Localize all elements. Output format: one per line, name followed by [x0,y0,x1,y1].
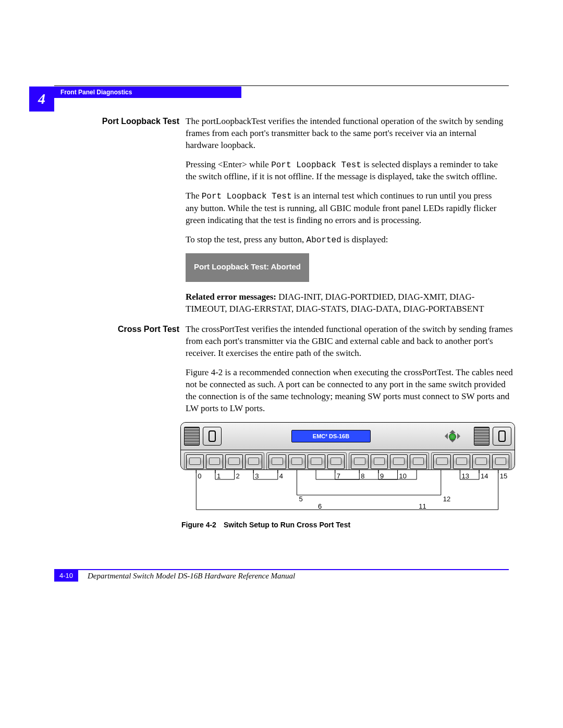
chassis-top-row: EMC² DS-16B [181,423,515,450]
switch-chassis: EMC² DS-16B [180,422,515,470]
svg-text:7: 7 [337,472,340,480]
power-switch-left [203,427,222,446]
svg-text:1: 1 [217,472,221,480]
plt-p2: Pressing <Enter> while Port Loopback Tes… [186,159,507,183]
port-3 [245,454,263,469]
aborted-status-box: Port Loopback Test: Aborted [186,253,309,282]
svg-text:13: 13 [461,472,469,480]
section-cross-port: Cross Port Test The crossPortTest verifi… [91,324,507,541]
port-group-12-15 [431,452,511,470]
power-switch-right [493,427,511,446]
port-1 [206,454,224,469]
svg-text:15: 15 [500,472,507,480]
svg-text:3: 3 [255,472,259,480]
svg-text:10: 10 [399,472,407,480]
port-5 [288,454,306,469]
svg-text:0: 0 [198,472,201,480]
port-9 [371,454,388,469]
port-connections-diagram: 0123478910131415561112 [180,470,514,515]
heading-cross-port: Cross Port Test [91,324,186,541]
section-breadcrumb: Front Panel Diagnostics [54,87,241,98]
svg-text:2: 2 [236,472,240,480]
port-12 [433,454,451,469]
vent-right [474,427,489,446]
port-11 [410,454,427,469]
device-badge: EMC² DS-16B [291,430,371,442]
svg-text:6: 6 [318,502,322,510]
chapter-number-tab: 4 [29,87,54,112]
port-group-0-3 [184,452,264,470]
nav-pad [440,427,464,446]
port-10 [390,454,408,469]
port-7 [327,454,345,469]
plt-p1: The portLoopbackTest verifies the intend… [186,116,507,152]
page-content: Port Loopback Test The portLoopbackTest … [91,116,507,541]
port-8 [351,454,369,469]
svg-text:8: 8 [361,472,364,480]
port-6 [308,454,325,469]
page-footer: 4-10 Departmental Switch Model DS-16B Ha… [54,569,509,582]
page-number: 4-10 [54,570,78,582]
svg-text:12: 12 [443,495,450,503]
svg-text:9: 9 [380,472,384,480]
figure-4-2: EMC² DS-16B [180,422,515,529]
plt-p4: To stop the test, press any button, Abor… [186,234,507,246]
footer-doc-title: Departmental Switch Model DS-16B Hardwar… [78,570,295,582]
svg-text:11: 11 [419,502,426,510]
port-0 [186,454,204,469]
svg-text:14: 14 [481,472,488,480]
header-rule [54,85,509,86]
svg-text:4: 4 [279,472,283,480]
section-port-loopback: Port Loopback Test The portLoopbackTest … [91,116,507,323]
page: 4 Front Panel Diagnostics Port Loopback … [0,0,563,728]
port-group-4-7 [266,452,347,470]
svg-text:5: 5 [299,495,302,503]
port-2 [225,454,243,469]
heading-port-loopback: Port Loopback Test [91,116,186,323]
cpt-p2: Figure 4-2 is a recommended connection w… [186,367,515,415]
port-row [181,450,515,470]
port-group-8-11 [349,452,429,470]
port-15 [492,454,510,469]
vent-left [184,427,200,446]
port-4 [268,454,286,469]
port-13 [453,454,471,469]
figure-caption: Figure 4-2Switch Setup to Run Cross Port… [181,520,515,529]
cpt-p1: The crossPortTest verifies the intended … [186,324,515,360]
plt-p3: The Port Loopback Test is an internal te… [186,190,507,226]
plt-related-errors: Related error messages: DIAG-INIT, DIAG-… [186,291,507,315]
port-14 [472,454,490,469]
